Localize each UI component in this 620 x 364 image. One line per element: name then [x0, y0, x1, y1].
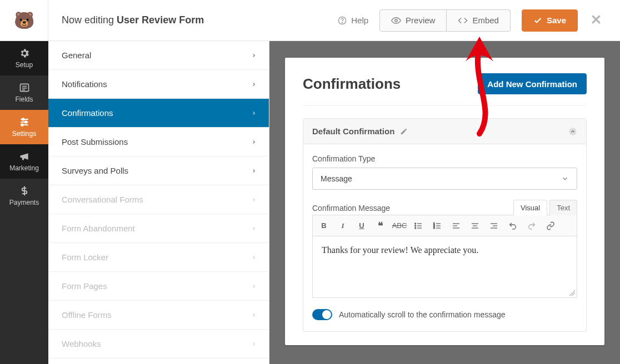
- sidebar-item-pages[interactable]: Form Pages: [48, 272, 269, 301]
- svg-point-12: [24, 121, 26, 123]
- chevron-right-icon: [251, 340, 257, 348]
- chevron-up-icon[interactable]: [568, 127, 577, 136]
- sidebar-item-label: Post Submissions: [62, 137, 128, 146]
- link-button[interactable]: [544, 219, 557, 232]
- svg-point-16: [569, 128, 576, 135]
- top-actions: Help Preview Embed Save: [327, 9, 620, 32]
- pencil-icon[interactable]: [400, 128, 408, 135]
- chevron-right-icon: [251, 254, 257, 261]
- chevron-right-icon: [251, 282, 257, 290]
- undo-button[interactable]: [506, 219, 519, 232]
- align-left-button[interactable]: [449, 219, 463, 232]
- strike-button[interactable]: ABC: [393, 219, 406, 232]
- editor-toolbar: B I U ❝ ABC 123: [312, 215, 577, 236]
- tab-visual[interactable]: Visual: [513, 200, 547, 215]
- sidebar-item-label: Confirmations: [62, 108, 113, 118]
- rail-label: Fields: [15, 95, 33, 103]
- embed-button[interactable]: Embed: [447, 9, 511, 32]
- rail-settings[interactable]: Settings: [0, 110, 48, 144]
- sliders-icon: [19, 117, 30, 128]
- auto-scroll-row: Automatically scroll to the confirmation…: [312, 309, 577, 320]
- sidebar-item-offline[interactable]: Offline Forms: [48, 301, 269, 330]
- auto-scroll-toggle[interactable]: [312, 309, 332, 320]
- sidebar-item-label: Form Locker: [62, 252, 108, 262]
- resize-grip[interactable]: [569, 290, 575, 296]
- sidebar-item-label: Form Pages: [62, 281, 107, 291]
- align-center-button[interactable]: [468, 219, 482, 232]
- help-button[interactable]: Help: [327, 9, 379, 32]
- add-confirmation-button[interactable]: Add New Confirmation: [478, 73, 587, 94]
- chevron-right-icon: [251, 80, 257, 88]
- chevron-down-icon: [561, 175, 569, 183]
- save-label: Save: [547, 16, 566, 25]
- underline-button[interactable]: U: [355, 219, 368, 232]
- svg-point-21: [415, 228, 416, 229]
- svg-point-14: [21, 124, 23, 125]
- panel-header[interactable]: Default Confirmation: [303, 119, 586, 144]
- help-icon: [338, 16, 347, 25]
- sidebar-item-notifications[interactable]: Notifications: [48, 70, 269, 99]
- message-editor[interactable]: Thanks for your review! We appreciate yo…: [312, 236, 577, 298]
- chevron-right-icon: [251, 167, 257, 175]
- align-right-button[interactable]: [487, 219, 501, 232]
- chevron-right-icon: [251, 138, 257, 146]
- confirmation-panel: Default Confirmation Confirmation Type M…: [303, 118, 587, 332]
- redo-button[interactable]: [525, 219, 538, 232]
- tab-text[interactable]: Text: [549, 200, 577, 215]
- preview-label: Preview: [406, 16, 435, 25]
- chevron-right-icon: [251, 225, 257, 232]
- sidebar-item-confirmations[interactable]: Confirmations: [48, 99, 269, 128]
- editing-prefix: Now editing: [62, 14, 114, 26]
- code-icon: [458, 16, 468, 26]
- rail-label: Payments: [9, 199, 39, 206]
- bullhorn-icon: [19, 151, 30, 162]
- close-button[interactable]: [586, 14, 607, 27]
- sidebar-item-label: Webhooks: [62, 339, 101, 348]
- sidebar-item-label: General: [62, 50, 91, 60]
- close-icon: [591, 14, 602, 25]
- rail-marketing[interactable]: Marketing: [0, 144, 48, 179]
- rail-payments[interactable]: Payments: [0, 179, 48, 213]
- sidebar-item-post-submissions[interactable]: Post Submissions: [48, 128, 269, 156]
- svg-text:3: 3: [433, 226, 435, 229]
- select-value: Message: [321, 174, 352, 183]
- svg-point-19: [415, 225, 416, 226]
- settings-sidebar: General Notifications Confirmations Post…: [48, 41, 269, 364]
- italic-button[interactable]: I: [336, 219, 349, 232]
- confirmations-card: Confirmations Add New Confirmation Defau…: [285, 58, 604, 345]
- quote-button[interactable]: ❝: [374, 219, 387, 232]
- bold-button[interactable]: B: [317, 219, 331, 232]
- sidebar-item-surveys[interactable]: Surveys and Polls: [48, 156, 269, 185]
- sidebar-item-conversational[interactable]: Conversational Forms: [48, 185, 269, 214]
- sidebar-item-label: Conversational Forms: [62, 195, 143, 204]
- gear-icon: [19, 48, 30, 59]
- confirmation-type-select[interactable]: Message: [312, 168, 577, 190]
- bear-icon: 🐻: [9, 6, 38, 35]
- message-text: Thanks for your review! We appreciate yo…: [322, 245, 478, 255]
- add-confirmation-label: Add New Confirmation: [487, 79, 577, 89]
- topbar: 🐻 Now editing User Review Form Help Prev…: [0, 0, 620, 41]
- sidebar-item-abandonment[interactable]: Form Abandonment: [48, 214, 269, 243]
- editing-label: Now editing User Review Form: [48, 14, 204, 26]
- chevron-right-icon: [251, 109, 257, 117]
- sidebar-item-label: Offline Forms: [62, 310, 112, 320]
- panel-body: Confirmation Type Message Confirmation M…: [303, 144, 586, 331]
- divider: [303, 105, 587, 106]
- sidebar-item-general[interactable]: General: [48, 41, 269, 70]
- main-canvas: Confirmations Add New Confirmation Defau…: [269, 41, 620, 364]
- panel-title: Default Confirmation: [312, 127, 394, 136]
- rail-label: Settings: [12, 130, 36, 138]
- sidebar-item-locker[interactable]: Form Locker: [48, 243, 269, 272]
- sidebar-item-webhooks[interactable]: Webhooks: [48, 330, 269, 358]
- rail-setup[interactable]: Setup: [0, 41, 48, 75]
- save-button[interactable]: Save: [522, 9, 578, 32]
- bullet-list-button[interactable]: [412, 219, 425, 232]
- rail-fields[interactable]: Fields: [0, 75, 48, 110]
- editor-tabs: Visual Text: [513, 200, 577, 215]
- app-logo: 🐻: [0, 0, 48, 41]
- number-list-button[interactable]: 123: [431, 219, 444, 232]
- sidebar-item-label: Surveys and Polls: [62, 166, 128, 175]
- left-rail: Setup Fields Settings Marketing Payments: [0, 41, 48, 364]
- card-header: Confirmations Add New Confirmation: [303, 73, 587, 94]
- preview-button[interactable]: Preview: [379, 9, 447, 32]
